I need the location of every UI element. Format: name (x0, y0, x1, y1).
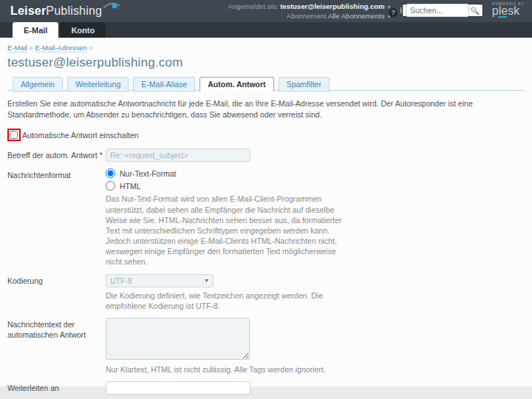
subscription-label: Abonnement (287, 12, 327, 20)
forward-row: Weiterleiten an Wenn die automatische Na… (7, 381, 525, 399)
message-label: Nachrichtentext der automatischen Antwor… (7, 318, 106, 375)
enable-autoreply-checkbox[interactable] (10, 131, 18, 139)
page-title: testuser@leiserpublishing.com (7, 55, 525, 70)
dropdown-arrow-icon: ▼ (204, 278, 209, 283)
company-logo: LeiserPublishing (10, 4, 102, 18)
message-textarea[interactable] (106, 318, 250, 360)
format-row: Nachrichtenformat Nur-Text-Format HTML D… (7, 168, 525, 267)
tab-account[interactable]: Konto (60, 22, 106, 38)
format-label: Nachrichtenformat (7, 168, 106, 267)
encoding-select[interactable]: UTF-8 ▼ (106, 274, 214, 287)
subject-input[interactable] (106, 149, 250, 162)
intro-text: Erstellen Sie eine automatische Antwortn… (7, 98, 525, 120)
search-icon[interactable]: 🔍 (471, 7, 480, 15)
plesk-logo: plesk (492, 6, 525, 16)
session-info: Angemeldet als: testuser@leiserpublishin… (228, 2, 392, 21)
enable-autoreply-label: Automatische Antwort einschalten (22, 131, 139, 140)
subject-row: Betreff der autom. Antwort * (7, 149, 525, 162)
format-option-text-label: Nur-Text-Format (120, 169, 176, 178)
subtab-general[interactable]: Allgemein (13, 77, 63, 92)
subtab-aliases[interactable]: E-Mail-Aliase (133, 77, 195, 92)
logged-in-user[interactable]: testuser@leiserpublishing.com (280, 2, 384, 10)
encoding-help-text: Die Kodierung definiert, wie Textzeichen… (106, 290, 353, 311)
content-panel: E-Mail » E-Mail-Adressen » testuser@leis… (0, 38, 532, 386)
subtab-forwarding[interactable]: Weiterleitung (67, 77, 129, 92)
plesk-branding: POWERED BY plesk (492, 1, 525, 16)
format-help-text: Das Nur-Text-Format wird von allen E-Mai… (106, 194, 351, 267)
breadcrumb-separator: » (89, 44, 92, 52)
breadcrumb-email-link[interactable]: E-Mail (7, 44, 27, 52)
subtab-autoreply[interactable]: Autom. Antwort (200, 77, 273, 92)
encoding-label: Kodierung (7, 274, 106, 311)
subtab-spamfilter[interactable]: Spamfilter (279, 77, 330, 92)
top-header: LeiserPublishing Angemeldet als: testuse… (0, 0, 532, 22)
main-tab-bar: E-Mail Konto (0, 22, 532, 38)
format-radio-text[interactable] (106, 168, 115, 178)
format-radio-html[interactable] (106, 181, 115, 191)
enable-autoreply-row: Automatische Antwort einschalten (7, 129, 525, 141)
search-input[interactable] (406, 4, 469, 17)
breadcrumb-separator: » (30, 44, 33, 52)
message-help-text: Nur Klartext, HTML ist nicht zulässig. A… (106, 364, 525, 375)
sub-tab-bar: Allgemein Weiterleitung E-Mail-Aliase Au… (7, 77, 525, 91)
tab-email[interactable]: E-Mail (13, 22, 58, 38)
help-icon: ? (389, 8, 398, 17)
encoding-row: Kodierung UTF-8 ▼ Die Kodierung definier… (7, 274, 525, 311)
red-annotation-box (7, 129, 21, 141)
breadcrumb-addresses-link[interactable]: E-Mail-Adressen (35, 44, 87, 52)
logo-regular-text: Publishing (46, 4, 102, 17)
format-option-html-label: HTML (120, 182, 141, 191)
breadcrumb: E-Mail » E-Mail-Adressen » (7, 44, 525, 52)
forward-input[interactable] (106, 381, 250, 395)
subject-label: Betreff der autom. Antwort * (7, 149, 106, 162)
logged-in-label: Angemeldet als: (228, 2, 278, 10)
eye-logo-icon (102, 1, 121, 10)
required-asterisk: * (100, 151, 103, 160)
search-box[interactable]: 🔍 (402, 4, 483, 17)
format-option-text[interactable]: Nur-Text-Format (106, 168, 525, 178)
subscription-value[interactable]: Alle Abonnements (328, 12, 385, 20)
logo-bold-text: Leiser (10, 4, 46, 17)
message-row: Nachrichtentext der automatischen Antwor… (7, 318, 525, 375)
forward-label: Weiterleiten an (7, 381, 106, 399)
format-option-html[interactable]: HTML (106, 181, 525, 191)
autoreply-form: Automatische Antwort einschalten Betreff… (7, 129, 525, 399)
encoding-selected-value: UTF-8 (110, 276, 132, 285)
